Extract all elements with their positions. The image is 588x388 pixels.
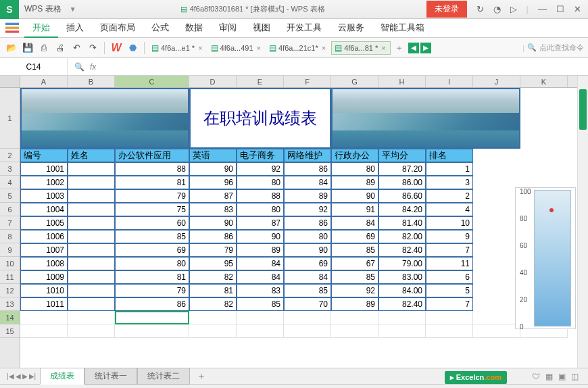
table-cell[interactable]: 1002 [20,176,68,189]
table-cell[interactable]: 87 [237,216,284,230]
table-cell[interactable]: 80 [331,162,378,176]
table-cell[interactable]: 3 [426,176,473,189]
table-cell[interactable]: 86.00 [378,176,426,189]
tab-close-icon[interactable]: × [320,44,327,52]
table-cell[interactable]: 89 [237,243,284,257]
table-cell[interactable] [68,203,115,216]
table-header[interactable]: 行政办公 [331,149,378,162]
table-cell[interactable]: 91 [331,203,378,216]
maximize-button[interactable]: ☐ [552,1,568,17]
empty-cell[interactable] [331,311,378,324]
row-header-9[interactable]: 9 [0,243,20,257]
empty-cell[interactable] [426,324,473,338]
table-cell[interactable] [68,230,115,243]
table-cell[interactable]: 1005 [20,216,68,230]
table-cell[interactable]: 1 [426,162,473,176]
col-header-H[interactable]: H [378,76,426,87]
doc-tab[interactable]: ▤4f6a...81 *× [331,41,391,55]
table-cell[interactable]: 86.60 [378,189,426,203]
sheet-last-icon[interactable]: ▶| [29,372,36,380]
empty-cell[interactable] [473,324,520,338]
col-header-D[interactable]: D [189,76,237,87]
table-cell[interactable]: 79.00 [378,257,426,270]
table-cell[interactable]: 83 [237,284,284,297]
sheet-tab[interactable]: 成绩表 [40,368,84,385]
sheet-prev-icon[interactable]: ◀ [16,372,21,380]
row-header-10[interactable]: 10 [0,257,20,270]
empty-cell[interactable] [473,311,520,324]
empty-cell[interactable] [189,324,237,338]
row-header-6[interactable]: 6 [0,203,20,216]
col-header-I[interactable]: I [426,76,473,87]
table-cell[interactable]: 69 [331,230,378,243]
table-cell[interactable]: 84 [237,270,284,284]
row-header-2[interactable]: 2 [0,149,20,162]
view-icon-3[interactable]: ◫ [571,372,579,381]
empty-cell[interactable] [237,311,284,324]
table-cell[interactable]: 84 [237,257,284,270]
table-cell[interactable]: 90 [284,243,331,257]
sync-icon[interactable]: ↻ [472,1,488,17]
empty-cell[interactable] [20,311,68,324]
vertical-scrollbar[interactable] [577,76,588,368]
doc-tab[interactable]: ▤4f6a...e1 *× [149,42,207,54]
table-cell[interactable]: 86 [189,230,237,243]
table-cell[interactable]: 96 [189,176,237,189]
menu-插入[interactable]: 插入 [58,19,92,38]
search-icon[interactable]: 🔍 [527,43,537,52]
col-header-G[interactable]: G [331,76,378,87]
table-header[interactable]: 办公软件应用 [115,149,189,162]
col-header-B[interactable]: B [68,76,115,87]
table-cell[interactable]: 90 [189,216,237,230]
menu-开始[interactable]: 开始 [24,19,58,38]
table-cell[interactable]: 90 [237,230,284,243]
row-header-1[interactable]: 1 [0,88,20,149]
table-cell[interactable]: 84 [331,216,378,230]
table-cell[interactable]: 82 [189,270,237,284]
fx-search-icon[interactable]: 🔍 [74,62,84,72]
table-cell[interactable] [68,257,115,270]
row-header-5[interactable]: 5 [0,189,20,203]
table-cell[interactable]: 1001 [20,162,68,176]
table-cell[interactable]: 84 [284,176,331,189]
menu-开发工具[interactable]: 开发工具 [278,19,330,38]
table-cell[interactable] [68,176,115,189]
table-cell[interactable]: 88 [237,189,284,203]
sheet-tab[interactable]: 统计表二 [137,368,190,385]
table-cell[interactable]: 89 [331,297,378,311]
table-cell[interactable]: 82.40 [378,243,426,257]
table-cell[interactable]: 10 [426,216,473,230]
table-cell[interactable]: 83 [189,203,237,216]
row-header-15[interactable]: 15 [0,324,20,338]
table-cell[interactable]: 84.00 [378,284,426,297]
table-cell[interactable]: 81 [189,284,237,297]
security-icon[interactable]: 🛡 [532,372,540,381]
table-cell[interactable]: 81.40 [378,216,426,230]
sheet-tab[interactable]: 统计表一 [84,368,137,385]
table-cell[interactable]: 92 [284,203,331,216]
view-icon-2[interactable]: ▣ [558,372,566,381]
close-button[interactable]: ✕ [570,1,585,17]
empty-cell[interactable] [284,311,331,324]
empty-cell[interactable] [68,324,115,338]
col-header-C[interactable]: C [115,76,189,87]
table-cell[interactable]: 1008 [20,257,68,270]
scroll-thumb[interactable] [579,89,587,130]
table-header[interactable]: 平均分 [378,149,426,162]
table-cell[interactable] [68,297,115,311]
sheet-first-icon[interactable]: |◀ [7,372,14,380]
table-cell[interactable]: 80 [284,230,331,243]
row-header-7[interactable]: 7 [0,216,20,230]
table-cell[interactable]: 85 [237,297,284,311]
table-cell[interactable] [68,216,115,230]
menu-视图[interactable]: 视图 [245,19,278,38]
table-cell[interactable]: 95 [189,257,237,270]
table-header[interactable]: 姓名 [68,149,115,162]
undo-icon[interactable]: ↶ [69,41,84,55]
table-cell[interactable]: 88 [115,162,189,176]
tab-right-icon[interactable]: ▶ [420,43,431,53]
print-icon[interactable]: ⎙ [36,41,51,55]
table-cell[interactable] [68,243,115,257]
table-cell[interactable]: 80 [237,203,284,216]
cloud-icon[interactable]: ◔ [489,1,505,17]
